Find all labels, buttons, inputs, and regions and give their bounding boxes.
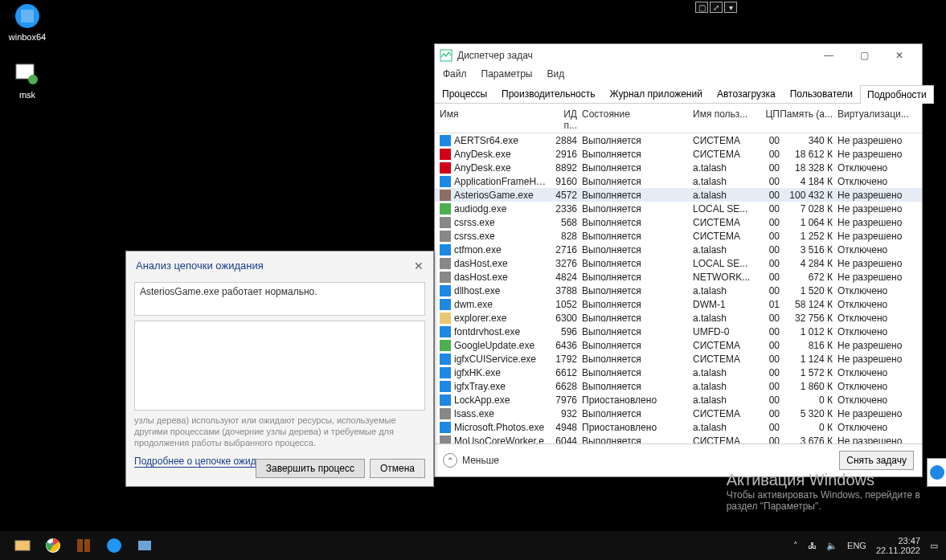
table-row[interactable]: ApplicationFrameHo...9160Выполняетсяa.ta…	[435, 174, 922, 188]
app-icon[interactable]	[74, 536, 93, 555]
table-row[interactable]: AnyDesk.exe2916ВыполняетсяСИСТЕМА0018 61…	[435, 147, 922, 161]
col-virt[interactable]: Виртуализаци...	[837, 108, 913, 131]
cell-state: Выполняется	[582, 381, 693, 392]
cell-state: Выполняется	[582, 217, 693, 228]
cell-name: audiodg.exe	[454, 203, 548, 215]
tray-network-icon[interactable]: 🖧	[808, 541, 817, 550]
col-state[interactable]: Состояние	[582, 108, 693, 131]
table-row[interactable]: dwm.exe1052ВыполняетсяDWM-10158 124 КОтк…	[435, 297, 922, 311]
cell-name: fontdrvhost.exe	[454, 326, 548, 337]
desktop-label: msk	[19, 90, 35, 100]
table-row[interactable]: AERTSr64.exe2884ВыполняетсяСИСТЕМА00340 …	[435, 133, 922, 147]
process-icon	[440, 422, 451, 433]
process-icon	[440, 244, 451, 255]
tab-processes[interactable]: Процессы	[435, 84, 494, 103]
cell-cpu: 00	[760, 272, 780, 283]
cell-user: DWM-1	[693, 299, 760, 310]
col-name[interactable]: Имя	[440, 108, 548, 131]
tray-language[interactable]: ENG	[847, 541, 866, 550]
cell-user: LOCAL SE...	[693, 258, 760, 269]
cell-user: a.talash	[693, 422, 760, 433]
toolbar-btn[interactable]: ▢	[695, 2, 708, 13]
cell-user: a.talash	[693, 381, 760, 392]
table-row[interactable]: fontdrvhost.exe596ВыполняетсяUMFD-0001 0…	[435, 325, 922, 338]
toolbar-btn[interactable]: ⤢	[710, 2, 723, 13]
col-mem[interactable]: Память (а...	[780, 108, 837, 131]
table-row[interactable]: AsteriosGame.exe4572Выполняетсяa.talash0…	[435, 188, 922, 202]
cell-cpu: 00	[760, 354, 780, 365]
teamviewer-tab[interactable]	[927, 458, 946, 487]
close-button[interactable]: ✕	[882, 44, 917, 67]
cell-pid: 3276	[548, 258, 582, 269]
cell-pid: 4948	[548, 422, 582, 433]
table-row[interactable]: explorer.exe6300Выполняетсяa.talash0032 …	[435, 311, 922, 325]
maximize-button[interactable]: ▢	[846, 44, 882, 67]
cancel-button[interactable]: Отмена	[370, 459, 425, 478]
table-row[interactable]: GoogleUpdate.exe6436ВыполняетсяСИСТЕМА00…	[435, 338, 922, 352]
menu-view[interactable]: Вид	[547, 68, 564, 80]
cell-state: Выполняется	[582, 176, 693, 187]
app-icon[interactable]	[104, 536, 124, 555]
table-row[interactable]: MoUsoCoreWorker.e6044ВыполняетсяСИСТЕМА0…	[435, 434, 922, 444]
tray-clock[interactable]: 23:47 22.11.2022	[876, 536, 920, 555]
table-row[interactable]: dllhost.exe3788Выполняетсяa.talash001 52…	[435, 284, 922, 297]
tab-users[interactable]: Пользователи	[783, 84, 860, 103]
table-row[interactable]: Microsoft.Photos.exe4948Приостановленоa.…	[435, 420, 922, 434]
process-icon	[440, 340, 451, 351]
table-row[interactable]: ctfmon.exe2716Выполняетсяa.talash003 516…	[435, 243, 922, 256]
end-process-button[interactable]: Завершить процесс	[256, 459, 365, 478]
tab-app-history[interactable]: Журнал приложений	[603, 84, 710, 103]
cell-mem: 100 432 К	[780, 190, 837, 201]
cell-virt: Отключено	[837, 394, 913, 406]
cell-mem: 58 124 К	[780, 299, 837, 310]
chrome-icon[interactable]	[43, 536, 63, 555]
toolbar-btn[interactable]: ▾	[724, 2, 737, 13]
dlg-titlebar[interactable]: Анализ цепочки ожидания ✕	[126, 251, 433, 277]
tray-notification-icon[interactable]: ▭	[930, 541, 938, 551]
table-row[interactable]: LockApp.exe7976Приостановленоa.talash000…	[435, 393, 922, 407]
col-pid[interactable]: ИД п...	[548, 108, 582, 131]
cell-pid: 2336	[548, 203, 582, 215]
cell-user: LOCAL SE...	[693, 203, 760, 215]
menu-options[interactable]: Параметры	[481, 68, 533, 80]
table-row[interactable]: audiodg.exe2336ВыполняетсяLOCAL SE...007…	[435, 202, 922, 215]
desktop-icon-msk[interactable]: msk	[2, 59, 53, 100]
table-row[interactable]: csrss.exe828ВыполняетсяСИСТЕМА001 252 КН…	[435, 229, 922, 243]
cell-state: Приостановлено	[582, 422, 693, 433]
tm-titlebar[interactable]: Диспетчер задач — ▢ ✕	[435, 44, 922, 67]
end-task-button[interactable]: Снять задачу	[839, 451, 914, 470]
table-row[interactable]: igfxCUIService.exe1792ВыполняетсяСИСТЕМА…	[435, 352, 922, 366]
tab-details[interactable]: Подробности	[860, 85, 934, 104]
menu-file[interactable]: Файл	[443, 68, 467, 80]
table-row[interactable]: AnyDesk.exe8892Выполняетсяa.talash0018 3…	[435, 161, 922, 174]
process-icon	[440, 354, 451, 365]
file-explorer-icon[interactable]	[13, 536, 32, 555]
table-row[interactable]: csrss.exe568ВыполняетсяСИСТЕМА001 064 КН…	[435, 215, 922, 229]
cell-virt: Не разрешено	[837, 217, 913, 228]
tab-services[interactable]: Службы	[934, 84, 946, 103]
fewer-toggle[interactable]: ⌃ Меньше	[443, 453, 499, 468]
desktop-icon-winbox[interactable]: winbox64	[2, 2, 53, 42]
taskbar: ˄ 🖧 🔈 ENG 23:47 22.11.2022 ▭	[0, 531, 946, 560]
table-row[interactable]: igfxTray.exe6628Выполняетсяa.talash001 8…	[435, 379, 922, 393]
app-icon[interactable]	[135, 536, 154, 555]
col-user[interactable]: Имя польз...	[693, 108, 760, 131]
dlg-close-icon[interactable]: ✕	[414, 260, 424, 272]
cell-cpu: 00	[760, 203, 780, 215]
cell-cpu: 00	[760, 326, 780, 337]
tab-startup[interactable]: Автозагрузка	[710, 84, 783, 103]
tray-volume-icon[interactable]: 🔈	[826, 541, 837, 551]
table-row[interactable]: igfxHK.exe6612Выполняетсяa.talash001 572…	[435, 366, 922, 379]
tab-performance[interactable]: Производительность	[494, 84, 602, 103]
process-icon	[440, 313, 451, 324]
cell-virt: Отключено	[837, 176, 913, 187]
table-row[interactable]: lsass.exe932ВыполняетсяСИСТЕМА005 320 КН…	[435, 407, 922, 420]
cell-virt: Не разрешено	[837, 203, 913, 215]
minimize-button[interactable]: —	[811, 44, 846, 67]
tray-chevron-icon[interactable]: ˄	[793, 541, 798, 551]
col-cpu[interactable]: ЦП	[760, 108, 780, 131]
table-row[interactable]: dasHost.exe4824ВыполняетсяNETWORK...0067…	[435, 270, 922, 284]
cell-cpu: 00	[760, 217, 780, 228]
table-row[interactable]: dasHost.exe3276ВыполняетсяLOCAL SE...004…	[435, 256, 922, 270]
teamviewer-icon	[930, 465, 944, 480]
